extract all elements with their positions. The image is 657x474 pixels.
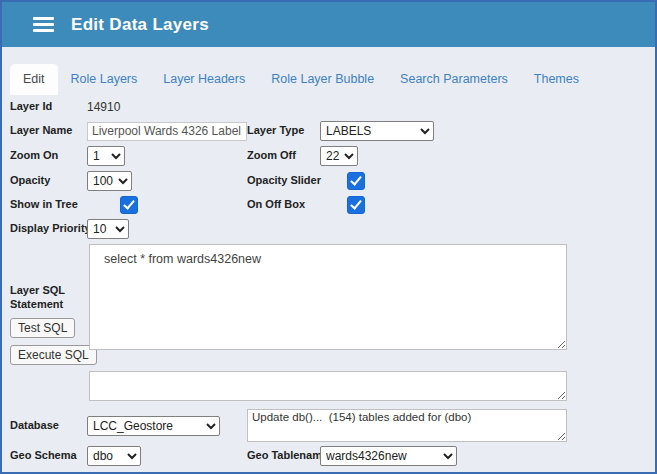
on-off-box-checkbox[interactable] — [347, 196, 365, 214]
edit-form: Layer Id 14910 Layer Name Layer Type LAB… — [2, 95, 655, 474]
tab-edit[interactable]: Edit — [10, 64, 58, 95]
zoom-off-select[interactable]: 22 — [320, 146, 358, 166]
display-priority-label: Display Priority — [10, 222, 87, 236]
check-icon — [350, 173, 362, 185]
layer-name-label: Layer Name — [10, 124, 87, 138]
check-icon — [123, 197, 135, 209]
layer-id-label: Layer Id — [10, 100, 87, 114]
zoom-on-label: Zoom On — [10, 149, 87, 163]
show-in-tree-checkbox[interactable] — [120, 196, 138, 214]
opacity-row: Opacity 100 Opacity Slider — [10, 171, 647, 191]
opacity-label: Opacity — [10, 174, 87, 188]
geo-tablename-label: Geo Tablename — [247, 449, 320, 463]
layer-name-row: Layer Name Layer Type LABELS — [10, 121, 647, 141]
test-sql-button[interactable]: Test SQL — [10, 318, 75, 338]
tab-bar: Edit Role Layers Layer Headers Role Laye… — [2, 47, 655, 95]
tab-role-layer-bubble[interactable]: Role Layer Bubble — [258, 64, 387, 95]
layer-name-input[interactable] — [87, 122, 247, 141]
geo-schema-label: Geo Schema — [10, 449, 87, 463]
secondary-sql-textarea[interactable] — [89, 371, 567, 401]
layer-id-row: Layer Id 14910 — [10, 98, 647, 116]
database-row: Database LCC_Geostore Update db()... (15… — [10, 409, 647, 442]
opacity-select[interactable]: 100 — [87, 171, 132, 191]
opacity-slider-checkbox[interactable] — [347, 172, 365, 190]
zoom-row: Zoom On 1 Zoom Off 22 — [10, 146, 647, 166]
display-priority-select[interactable]: 10 — [87, 219, 129, 239]
on-off-box-label: On Off Box — [247, 198, 320, 212]
page-title: Edit Data Layers — [71, 15, 209, 35]
database-select[interactable]: LCC_Geostore — [87, 416, 220, 436]
hamburger-menu-icon[interactable] — [33, 17, 54, 32]
layer-type-label: Layer Type — [247, 124, 320, 138]
zoom-on-select[interactable]: 1 — [87, 146, 125, 166]
database-label: Database — [10, 409, 87, 433]
edit-data-layers-window: Edit Data Layers Edit Role Layers Layer … — [0, 0, 657, 474]
layer-type-select[interactable]: LABELS — [320, 121, 434, 141]
header-bar: Edit Data Layers — [2, 2, 655, 47]
check-icon — [350, 197, 362, 209]
unique-id-row: Unique Id Fields ogr_fid (PK) Geometry C… — [10, 471, 647, 474]
tab-layer-headers[interactable]: Layer Headers — [150, 64, 258, 95]
geo-schema-row: Geo Schema dbo Geo Tablename wards4326ne… — [10, 446, 647, 466]
display-priority-row: Display Priority 10 — [10, 219, 647, 239]
database-status-textarea[interactable]: Update db()... (154) tables added for (d… — [247, 409, 567, 442]
geo-schema-select[interactable]: dbo — [87, 446, 141, 466]
tab-role-layers[interactable]: Role Layers — [58, 64, 151, 95]
geometry-column-label: Geometry Column — [247, 471, 320, 474]
zoom-off-label: Zoom Off — [247, 149, 320, 163]
layer-sql-textarea[interactable]: select * from wards4326new — [89, 244, 567, 350]
geo-tablename-select[interactable]: wards4326new — [320, 446, 457, 466]
show-in-tree-label: Show in Tree — [10, 198, 87, 212]
layer-sql-block: Layer SQL Statement Test SQL Execute SQL… — [10, 244, 647, 365]
opacity-slider-label: Opacity Slider — [247, 174, 320, 188]
execute-sql-button[interactable]: Execute SQL — [10, 345, 97, 365]
layer-sql-label: Layer SQL Statement — [10, 284, 87, 312]
tab-search-parameters[interactable]: Search Parameters — [387, 64, 521, 95]
tab-themes[interactable]: Themes — [521, 64, 592, 95]
layer-id-value: 14910 — [87, 100, 120, 114]
show-in-tree-row: Show in Tree On Off Box — [10, 196, 647, 214]
